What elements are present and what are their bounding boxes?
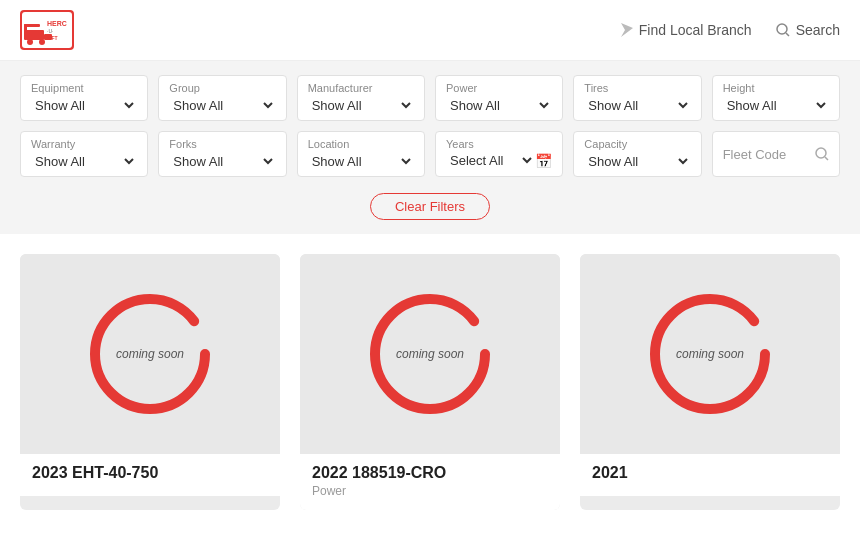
products-grid: coming soon 2023 EHT-40-750 coming soon … bbox=[20, 254, 840, 510]
coming-soon-circle-2: coming soon bbox=[365, 289, 495, 419]
product-title-1: 2023 EHT-40-750 bbox=[32, 464, 268, 482]
clear-filters-row: Clear Filters bbox=[20, 187, 840, 224]
filter-manufacturer-select[interactable]: Show All bbox=[308, 97, 414, 114]
coming-soon-text-2: coming soon bbox=[396, 347, 464, 361]
filter-location-select[interactable]: Show All bbox=[308, 153, 414, 170]
filter-warranty-label: Warranty bbox=[31, 138, 137, 150]
svg-point-6 bbox=[27, 39, 33, 45]
filter-forks[interactable]: Forks Show All bbox=[158, 131, 286, 177]
header-right: Find Local Branch Search bbox=[621, 22, 840, 38]
search-button[interactable]: Search bbox=[776, 22, 840, 38]
filter-equipment-select[interactable]: Show All bbox=[31, 97, 137, 114]
product-image-2: coming soon bbox=[300, 254, 560, 454]
coming-soon-circle-1: coming soon bbox=[85, 289, 215, 419]
coming-soon-text-3: coming soon bbox=[676, 347, 744, 361]
search-icon bbox=[776, 23, 790, 37]
svg-text:·U·: ·U· bbox=[47, 28, 53, 34]
svg-marker-11 bbox=[621, 23, 633, 37]
calendar-icon: 📅 bbox=[535, 153, 552, 169]
product-info-3: 2021 bbox=[580, 454, 840, 496]
svg-text:LIFT: LIFT bbox=[47, 35, 58, 41]
product-subtitle-2: Power bbox=[312, 484, 548, 498]
filter-height[interactable]: Height Show All bbox=[712, 75, 840, 121]
filter-height-label: Height bbox=[723, 82, 829, 94]
filter-warranty[interactable]: Warranty Show All bbox=[20, 131, 148, 177]
filter-capacity-label: Capacity bbox=[584, 138, 690, 150]
filter-location-label: Location bbox=[308, 138, 414, 150]
filter-years[interactable]: Years Select All 📅 bbox=[435, 131, 563, 177]
product-card-3[interactable]: coming soon 2021 bbox=[580, 254, 840, 510]
filter-height-select[interactable]: Show All bbox=[723, 97, 829, 114]
svg-point-12 bbox=[777, 24, 787, 34]
filter-capacity[interactable]: Capacity Show All bbox=[573, 131, 701, 177]
filter-power-label: Power bbox=[446, 82, 552, 94]
product-title-3: 2021 bbox=[592, 464, 828, 482]
filter-group-select[interactable]: Show All bbox=[169, 97, 275, 114]
filter-tires[interactable]: Tires Show All bbox=[573, 75, 701, 121]
filter-equipment-label: Equipment bbox=[31, 82, 137, 94]
filter-forks-select[interactable]: Show All bbox=[169, 153, 275, 170]
coming-soon-circle-3: coming soon bbox=[645, 289, 775, 419]
search-label: Search bbox=[796, 22, 840, 38]
products-section: coming soon 2023 EHT-40-750 coming soon … bbox=[0, 234, 860, 530]
product-image-1: coming soon bbox=[20, 254, 280, 454]
find-branch-button[interactable]: Find Local Branch bbox=[621, 22, 752, 38]
product-info-2: 2022 188519-CRO Power bbox=[300, 454, 560, 510]
product-card-1[interactable]: coming soon 2023 EHT-40-750 bbox=[20, 254, 280, 510]
product-title-2: 2022 188519-CRO bbox=[312, 464, 548, 482]
filter-power[interactable]: Power Show All bbox=[435, 75, 563, 121]
svg-point-7 bbox=[39, 39, 45, 45]
svg-rect-5 bbox=[24, 24, 40, 27]
logo-area: HERC ·U· LIFT bbox=[20, 10, 74, 50]
filter-group[interactable]: Group Show All bbox=[158, 75, 286, 121]
filters-grid: Equipment Show All Group Show All Manufa… bbox=[20, 75, 840, 177]
clear-filters-button[interactable]: Clear Filters bbox=[370, 193, 490, 220]
header: HERC ·U· LIFT Find Local Branch Search bbox=[0, 0, 860, 61]
filter-manufacturer-label: Manufacturer bbox=[308, 82, 414, 94]
product-info-1: 2023 EHT-40-750 bbox=[20, 454, 280, 496]
filter-fleet-code[interactable]: Fleet Code bbox=[712, 131, 840, 177]
svg-point-14 bbox=[816, 148, 826, 158]
filter-tires-label: Tires bbox=[584, 82, 690, 94]
fleet-code-placeholder: Fleet Code bbox=[723, 147, 787, 162]
filter-forks-label: Forks bbox=[169, 138, 275, 150]
filter-years-label: Years bbox=[446, 138, 552, 150]
filter-manufacturer[interactable]: Manufacturer Show All bbox=[297, 75, 425, 121]
filter-capacity-select[interactable]: Show All bbox=[584, 153, 690, 170]
filters-bar: Equipment Show All Group Show All Manufa… bbox=[0, 61, 860, 234]
product-image-3: coming soon bbox=[580, 254, 840, 454]
svg-rect-2 bbox=[26, 30, 44, 40]
find-branch-label: Find Local Branch bbox=[639, 22, 752, 38]
svg-line-15 bbox=[825, 157, 828, 160]
location-icon bbox=[621, 23, 633, 37]
svg-line-13 bbox=[786, 33, 789, 36]
filter-group-label: Group bbox=[169, 82, 275, 94]
product-card-2[interactable]: coming soon 2022 188519-CRO Power bbox=[300, 254, 560, 510]
filter-warranty-select[interactable]: Show All bbox=[31, 153, 137, 170]
svg-text:HERC: HERC bbox=[47, 20, 67, 27]
filter-location[interactable]: Location Show All bbox=[297, 131, 425, 177]
fleet-code-search-icon bbox=[815, 147, 829, 161]
logo-icon: HERC ·U· LIFT bbox=[20, 10, 74, 50]
filter-power-select[interactable]: Show All bbox=[446, 97, 552, 114]
filter-tires-select[interactable]: Show All bbox=[584, 97, 690, 114]
filter-equipment[interactable]: Equipment Show All bbox=[20, 75, 148, 121]
coming-soon-text-1: coming soon bbox=[116, 347, 184, 361]
filter-years-select[interactable]: Select All bbox=[446, 152, 535, 169]
